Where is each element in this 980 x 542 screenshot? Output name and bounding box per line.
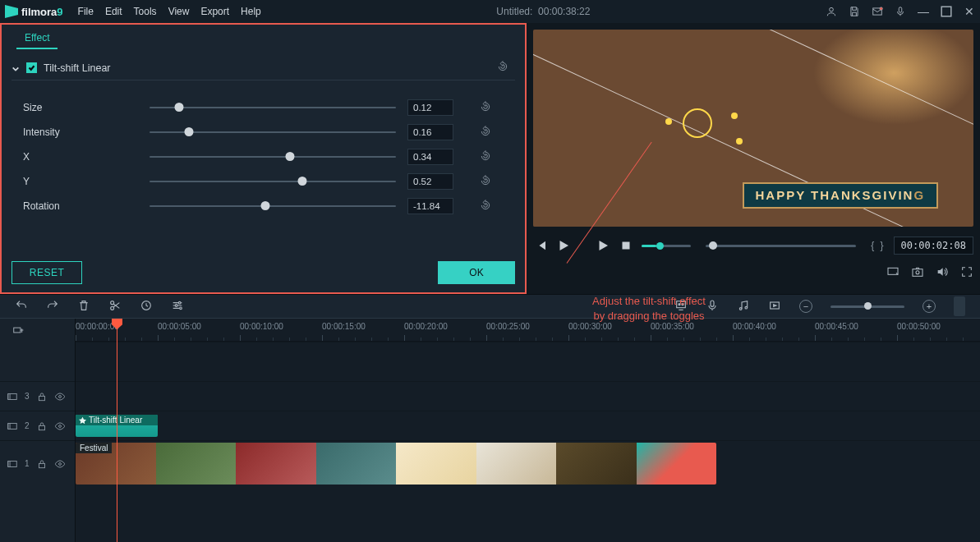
user-icon[interactable] <box>826 6 837 17</box>
app-logo: filmora9 <box>5 5 63 18</box>
slider-value[interactable]: 0.34 <box>407 149 453 165</box>
slider-reset-icon[interactable] <box>480 150 491 164</box>
svg-point-28 <box>58 425 61 427</box>
slider-track[interactable] <box>150 151 396 163</box>
slider-reset-icon[interactable] <box>480 200 491 214</box>
delete-button[interactable] <box>77 299 90 315</box>
menu-tools[interactable]: Tools <box>134 6 157 17</box>
track-number: 3 <box>25 392 30 401</box>
prev-frame-button[interactable] <box>533 238 548 253</box>
undo-button[interactable] <box>15 299 28 315</box>
menu-export[interactable]: Export <box>200 6 229 17</box>
lock-icon[interactable] <box>36 391 48 402</box>
add-track-button[interactable] <box>0 319 75 342</box>
ruler-label: 00:00:50:00 <box>897 322 941 331</box>
svg-rect-15 <box>677 301 686 307</box>
volume-icon[interactable] <box>936 265 949 278</box>
lock-icon[interactable] <box>36 420 48 432</box>
zoom-slider[interactable] <box>830 305 904 308</box>
reset-button[interactable]: RESET <box>12 261 82 284</box>
time-ruler[interactable]: 00:00:00:0000:00:05:0000:00:10:0000:00:1… <box>76 319 980 342</box>
preview-scrubber[interactable] <box>706 245 856 247</box>
slider-reset-icon[interactable] <box>480 101 491 115</box>
track-1[interactable]: Festival <box>76 440 980 486</box>
play-button[interactable] <box>556 238 571 253</box>
svg-rect-23 <box>8 393 17 399</box>
chevron-down-icon[interactable] <box>12 64 20 72</box>
slider-value[interactable]: 0.12 <box>407 99 453 116</box>
slider-value[interactable]: 0.52 <box>407 173 453 190</box>
slider-track[interactable] <box>150 126 396 138</box>
menu-file[interactable]: File <box>78 6 94 17</box>
playhead[interactable] <box>117 319 117 542</box>
mail-icon[interactable] <box>872 6 883 17</box>
zoom-out-button[interactable]: − <box>799 300 812 313</box>
settings-button[interactable] <box>171 299 184 315</box>
ruler-label: 00:00:35:00 <box>651 322 694 331</box>
split-button[interactable] <box>108 299 122 315</box>
slider-reset-icon[interactable] <box>480 126 491 140</box>
volume-slider[interactable] <box>642 245 691 247</box>
lock-icon[interactable] <box>36 458 48 470</box>
svg-rect-7 <box>913 269 922 277</box>
eye-icon[interactable] <box>54 391 66 402</box>
eye-icon[interactable] <box>54 420 66 432</box>
svg-point-2 <box>880 7 883 11</box>
slider-label: Y <box>23 176 138 187</box>
effect-tab[interactable]: Effect <box>16 27 58 49</box>
mark-in-out[interactable]: { } <box>871 240 885 251</box>
mic-icon[interactable] <box>895 6 906 17</box>
svg-point-16 <box>679 303 680 305</box>
timeline-body[interactable]: 00:00:00:0000:00:05:0000:00:10:0000:00:1… <box>76 319 980 542</box>
svg-rect-3 <box>899 7 902 12</box>
track-number: 2 <box>25 421 30 430</box>
zoom-in-button[interactable]: + <box>922 300 936 313</box>
slider-label: Size <box>23 102 138 113</box>
slider-track[interactable] <box>150 200 396 212</box>
save-icon[interactable] <box>849 6 860 17</box>
effect-reset-icon[interactable] <box>497 61 508 75</box>
menu-view[interactable]: View <box>168 6 190 17</box>
record-voice-icon[interactable] <box>706 299 719 315</box>
snapshot-icon[interactable] <box>911 265 924 278</box>
effect-enabled-checkbox[interactable] <box>26 62 37 73</box>
menu-edit[interactable]: Edit <box>105 6 122 17</box>
tilt-handle-dot[interactable] <box>731 113 738 119</box>
tilt-guide-line[interactable] <box>533 30 973 190</box>
redo-button[interactable] <box>46 299 59 315</box>
fullscreen-icon[interactable] <box>960 265 973 278</box>
marker-button[interactable] <box>140 299 153 315</box>
menu-help[interactable]: Help <box>241 6 261 17</box>
title-bar: filmora9 File Edit Tools View Export Hel… <box>0 0 980 23</box>
eye-icon[interactable] <box>54 458 66 470</box>
window-maximize[interactable] <box>941 6 952 17</box>
window-minimize[interactable]: — <box>918 6 929 17</box>
slider-value[interactable]: -11.84 <box>407 198 453 214</box>
mixer-icon[interactable] <box>674 299 688 315</box>
svg-point-12 <box>178 301 181 304</box>
track-3[interactable] <box>76 381 980 411</box>
zoom-fit-button[interactable] <box>954 296 965 316</box>
preview-image[interactable]: HAPPY THANKSGIVING <box>533 30 973 227</box>
tilt-handle-dot[interactable] <box>736 138 743 145</box>
play-button-2[interactable] <box>596 238 610 253</box>
display-icon[interactable] <box>886 265 899 278</box>
slider-value[interactable]: 0.16 <box>407 124 453 140</box>
tilt-center-ring[interactable] <box>683 108 712 138</box>
music-icon[interactable] <box>737 299 750 315</box>
tilt-handle-dot[interactable] <box>665 118 672 125</box>
slider-track[interactable] <box>150 102 396 113</box>
effect-sliders: Size0.12Intensity0.16X0.34Y0.52Rotation-… <box>2 80 525 218</box>
track-2[interactable]: Tilt-shift Linear <box>76 411 980 440</box>
svg-rect-27 <box>39 425 44 429</box>
render-icon[interactable] <box>768 299 781 315</box>
track-header-1: 1 <box>0 440 75 486</box>
stop-button[interactable] <box>619 238 633 253</box>
svg-point-19 <box>739 307 742 310</box>
ok-button[interactable]: OK <box>438 261 515 284</box>
slider-reset-icon[interactable] <box>480 175 491 189</box>
slider-label: Intensity <box>23 126 138 138</box>
clip-festival[interactable]: Festival <box>76 443 716 485</box>
slider-track[interactable] <box>150 176 396 187</box>
window-close[interactable]: ✕ <box>964 6 975 17</box>
